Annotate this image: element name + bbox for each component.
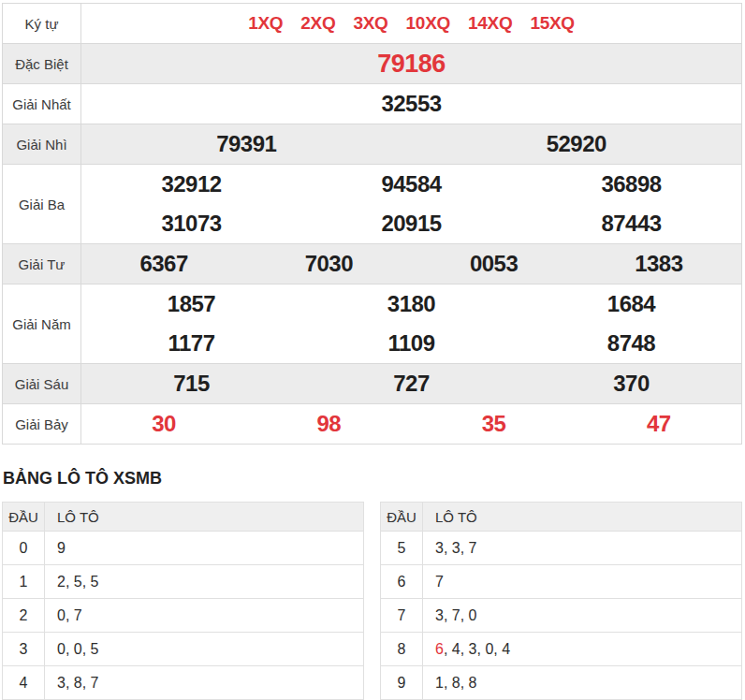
- prize-value: 0053: [412, 244, 577, 284]
- prize-value: 31073: [81, 204, 301, 243]
- loto-row-1: 12, 5, 5: [3, 565, 364, 599]
- loto-number: 7: [452, 607, 460, 623]
- loto-separator: ,: [82, 574, 91, 590]
- loto-values-cell: 3, 7, 0: [423, 599, 742, 633]
- dau-cell: 6: [381, 565, 423, 599]
- prize-value: 370: [521, 364, 741, 403]
- loto-values-cell: 2, 5, 5: [45, 565, 364, 599]
- loto-number: 8: [74, 675, 82, 691]
- loto-number: 2: [57, 574, 66, 590]
- loto-separator: ,: [66, 574, 74, 590]
- loto-row-3: 30, 0, 5: [3, 633, 364, 666]
- loto-table-left: ĐẦU LÔ TÔ 0912, 5, 520, 730, 0, 543, 8, …: [2, 502, 364, 700]
- loto-number: 7: [435, 574, 444, 590]
- loto-number: 7: [469, 540, 477, 556]
- loto-number: 3: [57, 675, 66, 691]
- prize-value: 30: [81, 404, 246, 444]
- prize-label-giai-bay: Giải Bảy: [3, 404, 81, 444]
- col-header-loto: LÔ TÔ: [45, 503, 364, 532]
- kytu-code: 15XQ: [530, 13, 574, 34]
- col-header-dau: ĐẦU: [3, 503, 45, 532]
- prize-label-giai-tu: Giải Tư: [3, 244, 81, 284]
- prize-row-giai-sau: Giải Sáu715727370: [3, 364, 741, 404]
- prize-values-ky-tu: 1XQ2XQ3XQ10XQ14XQ15XQ: [81, 4, 741, 43]
- prize-value: 87443: [521, 204, 741, 243]
- loto-number: 3: [435, 607, 444, 623]
- loto-number: 0: [469, 607, 477, 623]
- loto-values-cell: 7: [423, 565, 742, 599]
- kytu-code: 1XQ: [248, 13, 283, 34]
- prize-value: 7030: [246, 244, 411, 284]
- loto-row-4: 43, 8, 7: [3, 666, 364, 700]
- results-table: Ký tự1XQ2XQ3XQ10XQ14XQ15XQĐặc Biệt79186G…: [2, 3, 742, 445]
- prize-values-giai-bay: 30983547: [81, 404, 741, 444]
- loto-number: 0: [74, 641, 82, 657]
- loto-separator: ,: [82, 641, 91, 657]
- loto-separator: ,: [66, 607, 74, 623]
- prize-values-giai-nhi: 7939152920: [81, 124, 741, 164]
- prize-value: 94584: [301, 165, 521, 204]
- loto-table-right: ĐẦU LÔ TÔ 53, 3, 76773, 7, 086, 4, 3, 0,…: [380, 502, 742, 700]
- loto-separator: ,: [460, 641, 469, 657]
- loto-number: 3: [452, 540, 460, 556]
- loto-number: 5: [91, 574, 99, 590]
- prize-row-giai-tu: Giải Tư6367703000531383: [3, 244, 741, 284]
- loto-row-9: 91, 8, 8: [381, 666, 742, 700]
- prize-value: 52920: [412, 124, 742, 164]
- loto-number: 4: [452, 641, 460, 657]
- prize-value: 8748: [521, 324, 741, 363]
- loto-number: 1: [435, 675, 444, 691]
- kytu-code: 3XQ: [353, 13, 387, 34]
- prize-value: 79391: [81, 124, 412, 164]
- loto-separator: ,: [66, 675, 74, 691]
- loto-number: 7: [91, 675, 99, 691]
- loto-separator: ,: [460, 540, 469, 556]
- prize-value: 1684: [521, 284, 741, 324]
- prize-label-giai-nhat: Giải Nhất: [3, 84, 81, 124]
- kytu-code: 10XQ: [406, 13, 450, 34]
- prize-row-dac-biet: Đặc Biệt79186: [3, 44, 741, 84]
- loto-row-0: 09: [3, 532, 364, 565]
- loto-values-cell: 1, 8, 8: [423, 666, 742, 700]
- loto-number: 9: [57, 540, 66, 556]
- prize-label-giai-ba: Giải Ba: [3, 165, 81, 243]
- prize-value: 98: [246, 404, 411, 444]
- dau-cell: 0: [3, 532, 45, 565]
- xsmb-results-page: Ký tự1XQ2XQ3XQ10XQ14XQ15XQĐặc Biệt79186G…: [0, 0, 745, 700]
- loto-separator: ,: [82, 675, 91, 691]
- prize-values-giai-sau: 715727370: [81, 364, 741, 403]
- loto-separator: ,: [460, 675, 469, 691]
- prize-values-dac-biet: 79186: [81, 44, 741, 83]
- dau-cell: 3: [3, 633, 45, 666]
- dau-cell: 2: [3, 599, 45, 633]
- prize-label-giai-sau: Giải Sáu: [3, 364, 81, 403]
- dau-cell: 9: [381, 666, 423, 700]
- prize-row-giai-bay: Giải Bảy30983547: [3, 404, 741, 444]
- prize-value: 727: [301, 364, 521, 403]
- loto-number: 0: [485, 641, 493, 657]
- dau-cell: 1: [3, 565, 45, 599]
- prize-value: 715: [81, 364, 301, 403]
- prize-row-giai-nhat: Giải Nhất32553: [3, 84, 741, 124]
- loto-row-2: 20, 7: [3, 599, 364, 633]
- loto-tables: ĐẦU LÔ TÔ 0912, 5, 520, 730, 0, 543, 8, …: [2, 502, 742, 700]
- loto-number: 6: [435, 641, 444, 657]
- dau-cell: 8: [381, 633, 423, 666]
- prize-value: 1177: [81, 324, 301, 363]
- loto-number: 5: [91, 641, 99, 657]
- loto-number: 3: [469, 641, 477, 657]
- prize-label-ky-tu: Ký tự: [3, 4, 81, 43]
- prize-row-giai-nhi: Giải Nhì7939152920: [3, 124, 741, 165]
- loto-table-left-header: ĐẦU LÔ TÔ: [3, 503, 364, 532]
- loto-values-cell: 3, 8, 7: [45, 666, 364, 700]
- loto-number: 0: [57, 641, 66, 657]
- loto-separator: ,: [444, 540, 452, 556]
- prize-value: 20915: [301, 204, 521, 243]
- loto-header-row: ĐẦU LÔ TÔ: [381, 503, 742, 532]
- prize-row-ky-tu: Ký tự1XQ2XQ3XQ10XQ14XQ15XQ: [3, 4, 741, 44]
- loto-separator: ,: [444, 607, 452, 623]
- loto-number: 8: [452, 675, 460, 691]
- loto-row-7: 73, 7, 0: [381, 599, 742, 633]
- prize-values-giai-nhat: 32553: [81, 84, 741, 124]
- prize-value: 6367: [81, 244, 246, 284]
